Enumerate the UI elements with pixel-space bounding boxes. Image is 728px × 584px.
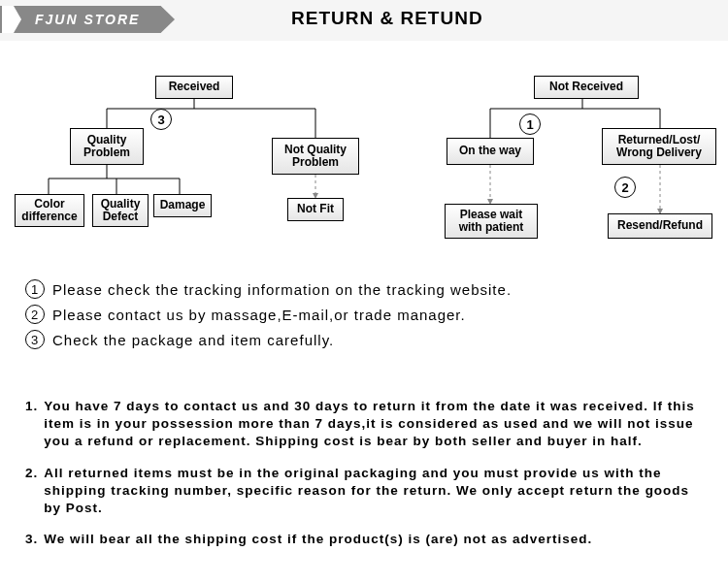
header-bar: FJUN STORE RETURN & RETUND <box>0 0 728 41</box>
policy-num: 3. <box>25 531 38 548</box>
node-returned-lost: Returned/Lost/ Wrong Delivery <box>602 128 716 165</box>
legend-text: Please check the tracking information on… <box>52 281 512 298</box>
marker-2: 2 <box>614 177 636 198</box>
policy-list: 1. You have 7 days to contact us and 30 … <box>25 398 705 563</box>
policy-text: We will bear all the shipping cost if th… <box>44 531 592 548</box>
policy-text: All returned items must be in the origin… <box>44 465 705 518</box>
chevron-icon <box>2 6 21 33</box>
node-not-fit: Not Fit <box>287 198 344 221</box>
legend-num: 2 <box>25 305 45 324</box>
store-ribbon: FJUN STORE <box>0 6 175 33</box>
node-on-the-way: On the way <box>447 138 534 165</box>
policy-num: 1. <box>25 398 38 451</box>
legend-item: 3 Check the package and item carefully. <box>25 330 705 349</box>
node-damage: Damage <box>153 194 212 217</box>
node-not-quality-problem: Not Quality Problem <box>272 138 359 175</box>
node-resend-refund: Resend/Refund <box>608 213 712 239</box>
marker-1: 1 <box>519 114 541 135</box>
legend-list: 1 Please check the tracking information … <box>25 279 705 355</box>
store-name: FJUN STORE <box>35 12 140 27</box>
policy-text: You have 7 days to contact us and 30 day… <box>44 398 705 451</box>
node-not-received: Not Received <box>534 76 639 99</box>
node-quality-defect: Quality Defect <box>92 194 149 227</box>
legend-item: 2 Please contact us by massage,E-mail,or… <box>25 305 705 324</box>
flow-diagram: Received 3 Quality Problem Not Quality P… <box>0 41 728 264</box>
legend-item: 1 Please check the tracking information … <box>25 279 705 299</box>
policy-item: 1. You have 7 days to contact us and 30 … <box>25 398 705 451</box>
node-please-wait: Please wait with patient <box>445 204 538 239</box>
legend-text: Check the package and item carefully. <box>52 332 334 348</box>
legend-num: 1 <box>25 279 45 299</box>
legend-text: Please contact us by massage,E-mail,or t… <box>52 307 466 323</box>
node-received: Received <box>155 76 233 99</box>
node-color-difference: Color difference <box>15 194 84 227</box>
node-quality-problem: Quality Problem <box>70 128 144 165</box>
marker-3: 3 <box>150 109 172 130</box>
policy-item: 3. We will bear all the shipping cost if… <box>25 531 705 548</box>
policy-item: 2. All returned items must be in the ori… <box>25 465 705 518</box>
policy-num: 2. <box>25 465 38 518</box>
page-title: RETURN & RETUND <box>291 8 483 29</box>
legend-num: 3 <box>25 330 45 349</box>
